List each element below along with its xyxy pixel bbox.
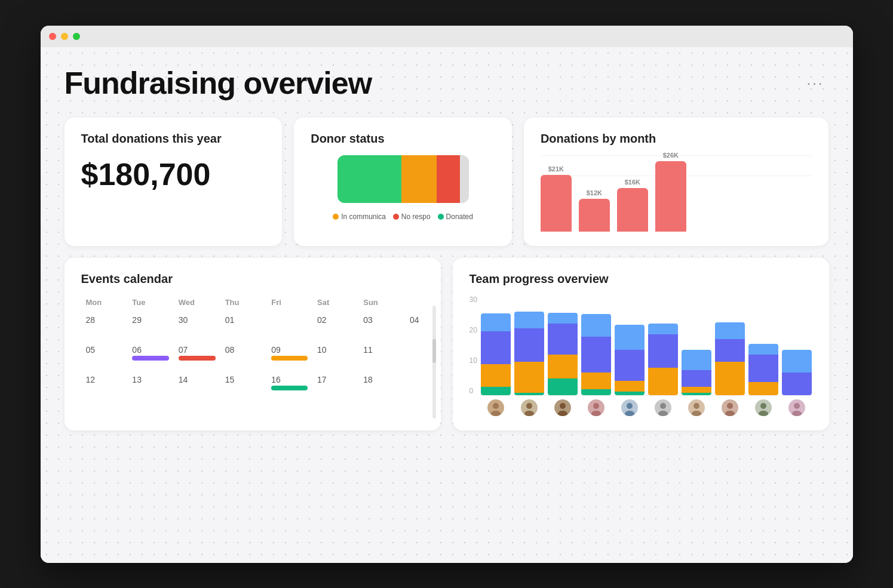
cal-cell[interactable]: 09 — [266, 341, 312, 371]
seg-blue — [648, 324, 678, 334]
seg-purple — [481, 331, 511, 364]
more-options-button[interactable]: ··· — [802, 72, 828, 94]
cal-cell[interactable]: 02 — [312, 312, 358, 341]
seg-purple — [548, 324, 578, 355]
team-bar-3 — [581, 314, 611, 395]
bottom-row: Events calendar Mon Tue Wed Thu Fri Sat … — [65, 258, 829, 430]
seg-purple — [682, 370, 711, 387]
event-bar — [271, 386, 308, 390]
cal-cell[interactable]: 30 — [174, 312, 220, 341]
day-header-wed: Wed — [174, 295, 220, 312]
y-label-0: 0 — [469, 387, 477, 395]
cal-cell[interactable]: 28 — [81, 312, 128, 341]
team-chart-container: 30 20 10 0 — [469, 295, 812, 416]
avatar-img — [722, 399, 738, 416]
svg-point-7 — [560, 403, 566, 409]
cal-cell[interactable]: 10 — [312, 341, 358, 371]
avatars-row — [481, 399, 812, 416]
cal-cell[interactable]: 03 — [358, 312, 405, 341]
event-bar — [132, 356, 168, 361]
y-label-30: 30 — [469, 295, 477, 304]
cal-cell[interactable]: 05 — [81, 341, 128, 371]
seg-purple — [648, 334, 678, 368]
other-segment — [460, 155, 469, 203]
svg-point-28 — [794, 403, 800, 409]
bar-item-0: $21K — [541, 165, 572, 232]
seg-purple — [615, 350, 645, 381]
cal-cell[interactable]: 08 — [220, 341, 267, 371]
close-dot[interactable] — [49, 33, 56, 40]
cal-cell[interactable]: 17 — [312, 371, 358, 401]
day-header-mon: Mon — [81, 295, 128, 312]
seg-green — [682, 393, 711, 395]
app-window: Fundraising overview ··· Total donations… — [41, 26, 853, 563]
in-communication-dot — [333, 214, 339, 220]
cal-cell[interactable]: 14 — [174, 371, 220, 401]
seg-blue — [615, 325, 645, 350]
seg-blue — [715, 322, 745, 339]
y-axis: 30 20 10 0 — [469, 295, 481, 415]
seg-blue — [581, 314, 611, 337]
cal-cell[interactable]: 07 — [174, 341, 220, 371]
in-communication-segment — [401, 155, 437, 203]
donor-status-bar — [337, 155, 469, 203]
titlebar — [41, 26, 853, 47]
avatar-1 — [514, 399, 544, 416]
cal-cell[interactable]: 04 — [405, 312, 424, 341]
donations-by-month-card: Donations by month $21K $12K — [524, 118, 829, 246]
cal-cell[interactable]: 18 — [358, 371, 405, 401]
seg-blue — [682, 350, 711, 370]
donor-legend: In communica No respo Donated — [333, 213, 473, 221]
seg-yellow — [481, 364, 511, 387]
cal-cell[interactable]: 01 — [220, 312, 267, 341]
legend-in-communication: In communica — [333, 213, 386, 221]
y-label-10: 10 — [469, 356, 477, 365]
seg-blue — [548, 313, 578, 324]
top-cards-row: Total donations this year $180,700 Donor… — [65, 118, 829, 246]
no-response-label: No respo — [401, 213, 431, 221]
seg-yellow — [715, 362, 745, 395]
cal-cell[interactable]: 29 — [127, 312, 173, 341]
minimize-dot[interactable] — [61, 33, 68, 40]
bar-label-0: $21K — [548, 165, 564, 173]
avatar-img — [487, 399, 504, 416]
seg-green — [514, 393, 544, 395]
bar-label-3: $26K — [663, 152, 679, 159]
seg-yellow — [548, 355, 578, 378]
cal-cell[interactable]: 13 — [127, 371, 173, 401]
avatar-img — [755, 399, 772, 416]
donor-bar-container: In communica No respo Donated — [311, 155, 495, 221]
cal-cell[interactable]: 11 — [358, 341, 405, 371]
seg-yellow — [514, 362, 544, 393]
cal-cell[interactable]: 15 — [220, 371, 267, 401]
page-title: Fundraising overview — [65, 65, 372, 101]
team-bar-1 — [514, 312, 544, 395]
calendar-week-2: 05 06 07 08 09 10 11 — [81, 341, 424, 371]
cal-cell[interactable]: 06 — [127, 341, 173, 371]
day-header-tue: Tue — [127, 295, 173, 312]
cal-cell[interactable]: 12 — [81, 371, 128, 401]
main-content: Fundraising overview ··· Total donations… — [41, 47, 853, 563]
bar-chart: $21K $12K $16K $26K — [541, 148, 812, 232]
team-bar-6 — [682, 350, 711, 395]
seg-purple — [581, 337, 611, 372]
team-bar-4 — [615, 325, 645, 395]
seg-purple — [748, 355, 778, 382]
bar-item-2: $16K — [617, 178, 648, 232]
scroll-indicator — [432, 306, 436, 418]
cal-cell[interactable]: 16 — [266, 371, 312, 401]
seg-yellow — [581, 372, 611, 389]
total-donations-title: Total donations this year — [81, 132, 266, 146]
events-calendar-card: Events calendar Mon Tue Wed Thu Fri Sat … — [65, 258, 441, 430]
team-progress-title: Team progress overview — [469, 272, 812, 286]
events-calendar-title: Events calendar — [81, 272, 424, 286]
donated-dot — [438, 214, 444, 220]
seg-green — [581, 389, 611, 395]
svg-point-16 — [660, 403, 666, 409]
seg-purple — [514, 328, 544, 362]
no-response-segment — [437, 155, 460, 203]
maximize-dot[interactable] — [73, 33, 80, 40]
avatar-img — [588, 399, 604, 416]
bar-item-3: $26K — [655, 152, 686, 232]
svg-point-10 — [593, 403, 599, 409]
